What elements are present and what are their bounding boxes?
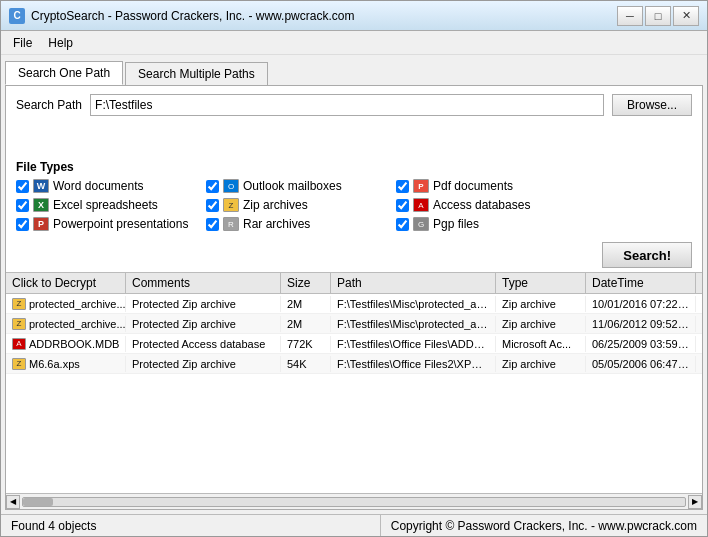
table-row[interactable]: Z protected_archive... Protected Zip arc…	[6, 314, 702, 334]
spacer	[6, 124, 702, 154]
checkbox-zip[interactable]: Z Zip archives	[206, 197, 396, 213]
row-file-icon: Z	[12, 358, 26, 370]
checkbox-pgp[interactable]: G Pgp files	[396, 216, 586, 232]
title-bar: C CryptoSearch - Password Crackers, Inc.…	[1, 1, 707, 31]
col-header-comments[interactable]: Comments	[126, 273, 281, 293]
tabs-bar: Search One Path Search Multiple Paths	[1, 55, 707, 85]
cell-path: F:\Testfiles\Office Files2\XPS\...	[331, 356, 496, 372]
filename-text: protected_archive...	[29, 318, 126, 330]
checkbox-ppt-input[interactable]	[16, 218, 29, 231]
checkbox-pdf-input[interactable]	[396, 180, 409, 193]
checkbox-word[interactable]: W Word documents	[16, 178, 206, 194]
cell-datetime: 05/05/2006 06:47:02...	[586, 356, 696, 372]
access-icon: A	[413, 198, 429, 212]
file-types-grid: W Word documents O Outlook mailboxes P P…	[16, 178, 692, 232]
ppt-icon: P	[33, 217, 49, 231]
scroll-right-arrow[interactable]: ▶	[688, 495, 702, 509]
col-header-type[interactable]: Type	[496, 273, 586, 293]
checkbox-pdf[interactable]: P Pdf documents	[396, 178, 586, 194]
menu-help[interactable]: Help	[40, 34, 81, 52]
menu-bar: File Help	[1, 31, 707, 55]
search-btn-row: Search!	[6, 238, 702, 272]
window-controls: ─ □ ✕	[617, 6, 699, 26]
cell-type: Microsoft Ac...	[496, 336, 586, 352]
cell-filename: Z protected_archive...	[6, 316, 126, 332]
scrollbar-thumb[interactable]	[23, 498, 53, 506]
browse-button[interactable]: Browse...	[612, 94, 692, 116]
checkbox-zip-input[interactable]	[206, 199, 219, 212]
col-header-size[interactable]: Size	[281, 273, 331, 293]
cell-filename: Z M6.6a.xps	[6, 356, 126, 372]
cell-size: 2M	[281, 316, 331, 332]
checkbox-outlook[interactable]: O Outlook mailboxes	[206, 178, 396, 194]
scrollbar-track[interactable]	[22, 497, 686, 507]
cell-path: F:\Testfiles\Misc\protected_arc...	[331, 296, 496, 312]
checkbox-rar-input[interactable]	[206, 218, 219, 231]
checkbox-ppt[interactable]: P Powerpoint presentations	[16, 216, 206, 232]
window-title: CryptoSearch - Password Crackers, Inc. -…	[31, 9, 617, 23]
cell-datetime: 10/01/2016 07:22:20...	[586, 296, 696, 312]
minimize-button[interactable]: ─	[617, 6, 643, 26]
search-button[interactable]: Search!	[602, 242, 692, 268]
cell-size: 772K	[281, 336, 331, 352]
zip-icon: Z	[223, 198, 239, 212]
rar-icon: R	[223, 217, 239, 231]
cell-type: Zip archive	[496, 316, 586, 332]
cell-datetime: 11/06/2012 09:52:30...	[586, 316, 696, 332]
excel-icon: X	[33, 198, 49, 212]
table-row[interactable]: A ADDRBOOK.MDB Protected Access database…	[6, 334, 702, 354]
results-header: Click to Decrypt Comments Size Path Type…	[6, 272, 702, 294]
zip-label: Zip archives	[243, 198, 308, 212]
filename-text: ADDRBOOK.MDB	[29, 338, 119, 350]
checkbox-outlook-input[interactable]	[206, 180, 219, 193]
tab-search-multiple-paths[interactable]: Search Multiple Paths	[125, 62, 268, 85]
pdf-label: Pdf documents	[433, 179, 513, 193]
col-header-click[interactable]: Click to Decrypt	[6, 273, 126, 293]
results-body[interactable]: Z protected_archive... Protected Zip arc…	[6, 294, 702, 493]
status-right: Copyright © Password Crackers, Inc. - ww…	[381, 519, 707, 533]
excel-label: Excel spreadsheets	[53, 198, 158, 212]
checkbox-access-input[interactable]	[396, 199, 409, 212]
row-file-icon: Z	[12, 318, 26, 330]
close-button[interactable]: ✕	[673, 6, 699, 26]
search-path-row: Search Path Browse...	[6, 86, 702, 124]
checkbox-excel[interactable]: X Excel spreadsheets	[16, 197, 206, 213]
checkbox-rar[interactable]: R Rar archives	[206, 216, 396, 232]
filename-text: protected_archive...	[29, 298, 126, 310]
main-panel: Search Path Browse... File Types W Word …	[5, 85, 703, 510]
main-window: C CryptoSearch - Password Crackers, Inc.…	[0, 0, 708, 537]
cell-comments: Protected Zip archive	[126, 316, 281, 332]
file-types-section: File Types W Word documents O Outlook ma…	[6, 154, 702, 238]
menu-file[interactable]: File	[5, 34, 40, 52]
checkbox-access[interactable]: A Access databases	[396, 197, 586, 213]
cell-type: Zip archive	[496, 356, 586, 372]
app-icon: C	[9, 8, 25, 24]
access-label: Access databases	[433, 198, 530, 212]
col-header-path[interactable]: Path	[331, 273, 496, 293]
checkbox-word-input[interactable]	[16, 180, 29, 193]
tab-search-one-path[interactable]: Search One Path	[5, 61, 123, 85]
maximize-button[interactable]: □	[645, 6, 671, 26]
search-path-label: Search Path	[16, 98, 82, 112]
status-bar: Found 4 objects Copyright © Password Cra…	[1, 514, 707, 536]
cell-comments: Protected Zip archive	[126, 296, 281, 312]
scroll-left-arrow[interactable]: ◀	[6, 495, 20, 509]
outlook-label: Outlook mailboxes	[243, 179, 342, 193]
word-icon: W	[33, 179, 49, 193]
rar-label: Rar archives	[243, 217, 310, 231]
row-file-icon: A	[12, 338, 26, 350]
row-file-icon: Z	[12, 298, 26, 310]
search-path-input[interactable]	[90, 94, 604, 116]
table-row[interactable]: Z M6.6a.xps Protected Zip archive 54K F:…	[6, 354, 702, 374]
checkbox-pgp-input[interactable]	[396, 218, 409, 231]
cell-type: Zip archive	[496, 296, 586, 312]
col-header-datetime[interactable]: DateTime	[586, 273, 696, 293]
checkbox-excel-input[interactable]	[16, 199, 29, 212]
horizontal-scrollbar[interactable]: ◀ ▶	[6, 493, 702, 509]
file-types-title: File Types	[16, 160, 692, 174]
cell-filename: A ADDRBOOK.MDB	[6, 336, 126, 352]
ppt-label: Powerpoint presentations	[53, 217, 188, 231]
table-row[interactable]: Z protected_archive... Protected Zip arc…	[6, 294, 702, 314]
cell-size: 54K	[281, 356, 331, 372]
pgp-icon: G	[413, 217, 429, 231]
